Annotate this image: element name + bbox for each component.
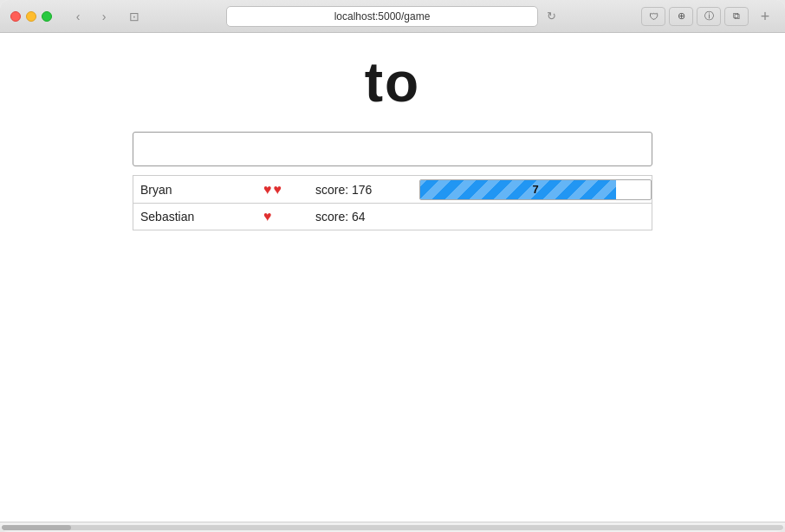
maximize-button[interactable] bbox=[42, 11, 52, 22]
info-icon-button[interactable]: ⓘ bbox=[697, 7, 721, 26]
table-row: Bryan ♥ ♥ score: 176 7 bbox=[133, 175, 652, 203]
back-button[interactable]: ‹ bbox=[66, 7, 90, 26]
pocket-icon-button[interactable]: ⊕ bbox=[669, 7, 693, 26]
player-name: Sebastian bbox=[133, 210, 263, 224]
browser-window: ‹ › ⊡ localhost:5000/game ↻ 🛡 ⊕ ⓘ ⧉ + to… bbox=[0, 0, 785, 532]
clone-icon-button[interactable]: ⧉ bbox=[724, 7, 749, 26]
players-table: Bryan ♥ ♥ score: 176 7 Sebastian ♥ bbox=[133, 175, 652, 230]
close-button[interactable] bbox=[10, 11, 21, 22]
word-display: to bbox=[365, 50, 420, 114]
title-bar: ‹ › ⊡ localhost:5000/game ↻ 🛡 ⊕ ⓘ ⧉ + bbox=[0, 0, 785, 33]
shield-icon-button[interactable]: 🛡 bbox=[641, 7, 665, 26]
forward-button[interactable]: › bbox=[92, 7, 116, 26]
heart-icon: ♥ bbox=[274, 182, 282, 198]
player-score: score: 176 bbox=[315, 183, 419, 197]
address-bar-container: localhost:5000/game ↻ bbox=[151, 6, 634, 27]
heart-icon: ♥ bbox=[263, 209, 272, 224]
heart-icon: ♥ bbox=[263, 182, 272, 198]
player-hearts: ♥ bbox=[263, 209, 315, 224]
toolbar-icons: 🛡 ⊕ ⓘ ⧉ bbox=[641, 7, 749, 26]
player-progress-container: 7 bbox=[419, 179, 652, 200]
input-area bbox=[133, 132, 652, 166]
traffic-lights bbox=[10, 11, 52, 22]
scrollbar-thumb[interactable] bbox=[2, 525, 71, 530]
reload-button[interactable]: ↻ bbox=[543, 9, 559, 24]
url-text: localhost:5000/game bbox=[334, 10, 431, 23]
page-content: to Bryan ♥ ♥ score: 176 7 bbox=[0, 33, 785, 522]
progress-bar-number: 7 bbox=[532, 183, 538, 196]
progress-bar: 7 bbox=[419, 179, 652, 200]
scrollbar-track[interactable] bbox=[2, 525, 783, 530]
player-score: score: 64 bbox=[315, 210, 419, 224]
player-name: Bryan bbox=[133, 183, 263, 197]
address-bar[interactable]: localhost:5000/game bbox=[226, 6, 538, 27]
minimize-button[interactable] bbox=[26, 11, 36, 22]
answer-input[interactable] bbox=[133, 132, 652, 166]
scrollbar-area bbox=[0, 522, 785, 532]
nav-buttons: ‹ › bbox=[66, 7, 116, 26]
new-tab-button[interactable]: + bbox=[756, 7, 775, 26]
player-hearts: ♥ ♥ bbox=[263, 182, 315, 198]
table-row: Sebastian ♥ score: 64 bbox=[133, 203, 652, 230]
sidebar-toggle-icon[interactable]: ⊡ bbox=[125, 7, 144, 26]
progress-bar-fill bbox=[420, 180, 616, 199]
